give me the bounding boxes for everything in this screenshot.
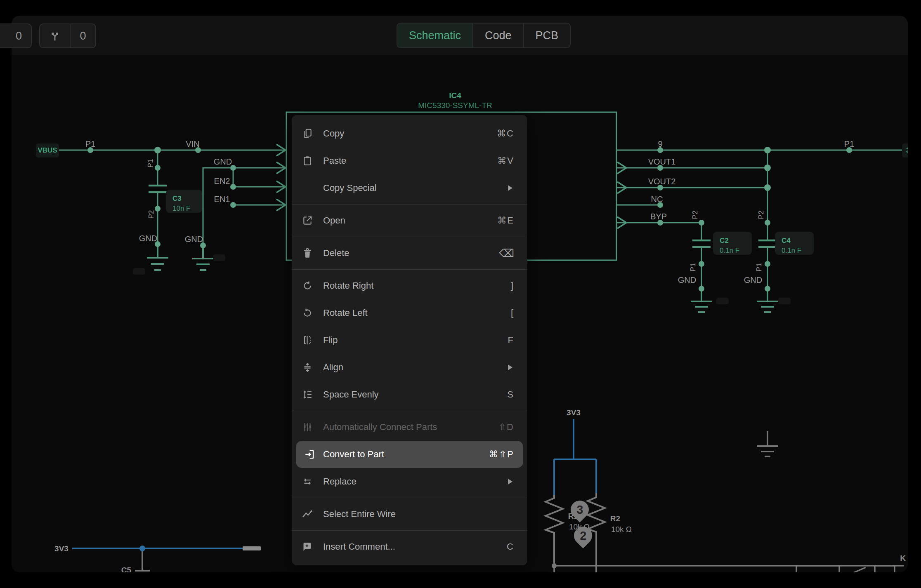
net-label-3v3-right[interactable]: 3V3 <box>567 409 581 416</box>
menu-item-auto-connect[interactable]: Automatically Connect Parts ⇧D <box>292 414 527 441</box>
component-ref-r2[interactable]: R2 <box>610 515 620 522</box>
flip-icon <box>292 335 323 346</box>
align-icon <box>292 362 323 373</box>
replace-icon <box>292 476 323 487</box>
wire-icon <box>292 509 323 520</box>
menu-divider <box>292 498 527 498</box>
menu-item-convert-to-part[interactable]: Convert to Part ⌘⇧P <box>296 441 523 468</box>
branch-count: 0 <box>71 24 95 47</box>
switch-k-partial[interactable] <box>796 566 895 572</box>
empty-label-slot <box>133 268 145 275</box>
pin-label-en1[interactable]: EN1 <box>214 195 230 203</box>
port-label-p1-right[interactable]: P1 <box>844 140 854 148</box>
capacitor-c4[interactable] <box>758 240 777 247</box>
menu-item-select-entire-wire[interactable]: Select Entire Wire <box>292 501 527 528</box>
comment-plus-icon <box>292 541 323 552</box>
component-label-c4[interactable]: C4 0.1n F <box>775 232 814 255</box>
submenu-arrow-icon <box>508 185 512 191</box>
port-label-p1-c2[interactable]: P1 <box>690 263 697 272</box>
wire-en2[interactable] <box>233 168 286 187</box>
trash-icon <box>292 248 323 259</box>
rotate-left-icon <box>292 308 323 318</box>
menu-item-flip[interactable]: Flip F <box>292 327 527 354</box>
component-ref-c5[interactable]: C5 <box>121 566 131 573</box>
net-label-3v3-left[interactable]: 3V3 <box>54 545 68 553</box>
menu-item-space-evenly[interactable]: Space Evenly S <box>292 381 527 408</box>
menu-item-rotate-right[interactable]: Rotate Right ] <box>292 272 527 299</box>
menu-item-align[interactable]: Align <box>292 354 527 381</box>
port-label-gnd-c2[interactable]: GND <box>678 276 696 284</box>
menu-item-open[interactable]: Open ⌘E <box>292 207 527 234</box>
tab-code[interactable]: Code <box>473 24 524 47</box>
empty-label-slot <box>213 254 225 261</box>
pin-label-9[interactable]: 9 <box>658 140 662 148</box>
open-external-icon <box>292 215 323 226</box>
selected-wire-segment[interactable] <box>243 546 261 550</box>
port-label-p2-c2[interactable]: P2 <box>692 211 699 219</box>
ground-symbol-c3[interactable] <box>147 244 168 270</box>
schematic-canvas[interactable]: VBUS 3V P1 VIN GND EN2 EN1 P1 P2 GND GND… <box>12 16 908 572</box>
submenu-arrow-icon <box>508 365 512 370</box>
branch-button-group[interactable]: 0 <box>39 24 96 48</box>
menu-divider <box>292 411 527 411</box>
capacitor-c5[interactable] <box>135 548 150 571</box>
component-ref-k[interactable]: K <box>900 554 906 562</box>
ic-part-number[interactable]: MIC5330-SSYML-TR <box>418 101 492 109</box>
resistor-r1[interactable] <box>546 495 563 566</box>
net-label-vbus[interactable]: VBUS <box>36 143 59 158</box>
menu-divider <box>292 204 527 205</box>
app-window: VBUS 3V P1 VIN GND EN2 EN1 P1 P2 GND GND… <box>0 0 921 588</box>
ground-symbol-gray[interactable] <box>757 431 778 456</box>
empty-label-slot <box>716 298 729 304</box>
wire-3v3-divider[interactable] <box>554 419 596 495</box>
pin-label-gnd[interactable]: GND <box>214 158 232 166</box>
pin-label-byp[interactable]: BYP <box>650 212 667 221</box>
port-label-p2-c3[interactable]: P2 <box>148 210 155 219</box>
convert-to-part-icon <box>296 449 323 460</box>
component-label-c2[interactable]: C2 0.1n F <box>713 232 752 255</box>
space-evenly-icon <box>292 389 323 400</box>
port-label-p2-c4[interactable]: P2 <box>758 211 765 219</box>
menu-item-insert-comment[interactable]: Insert Comment... C <box>292 533 527 560</box>
port-label-p1[interactable]: P1 <box>85 140 95 148</box>
ground-symbol-c2[interactable] <box>691 289 712 312</box>
menu-item-delete[interactable]: Delete ⌫ <box>292 240 527 267</box>
empty-label-slot <box>778 298 791 304</box>
pin-label-en2[interactable]: EN2 <box>214 177 230 185</box>
component-val-r2[interactable]: 10k Ω <box>611 525 632 533</box>
ground-symbol-en[interactable] <box>192 245 214 270</box>
capacitor-c3[interactable] <box>149 186 167 192</box>
menu-item-copy[interactable]: Copy ⌘C <box>292 120 527 147</box>
ic-designator[interactable]: IC4 <box>449 92 461 99</box>
ground-symbol-c4[interactable] <box>757 289 778 312</box>
net-label-3v[interactable]: 3V <box>902 143 908 158</box>
pin-label-vin[interactable]: VIN <box>186 140 199 148</box>
menu-divider <box>292 237 527 237</box>
port-label-gnd2[interactable]: GND <box>185 235 203 243</box>
tab-schematic[interactable]: Schematic <box>397 24 473 47</box>
context-menu: Copy ⌘C Paste ⌘V Copy Special Open <box>292 115 527 565</box>
menu-item-paste[interactable]: Paste ⌘V <box>292 147 527 174</box>
pin-label-vout2[interactable]: VOUT2 <box>648 177 676 186</box>
capacitor-c2[interactable] <box>692 240 711 247</box>
view-tabs: Schematic Code PCB <box>397 23 571 48</box>
port-label-gnd-c4[interactable]: GND <box>744 276 762 284</box>
rotate-right-icon <box>292 280 323 291</box>
menu-divider <box>292 269 527 270</box>
tab-pcb[interactable]: PCB <box>524 24 570 47</box>
menu-divider <box>292 530 527 531</box>
pin-label-vout1[interactable]: VOUT1 <box>648 158 676 166</box>
gray-junction-dot <box>552 563 557 568</box>
port-label-p1-c3[interactable]: P1 <box>147 159 154 168</box>
pin-label-nc[interactable]: NC <box>651 195 663 203</box>
port-label-gnd1[interactable]: GND <box>139 234 157 242</box>
menu-item-replace[interactable]: Replace <box>292 468 527 495</box>
menu-item-copy-special[interactable]: Copy Special <box>292 174 527 202</box>
component-label-c3[interactable]: C3 10n F <box>166 190 202 213</box>
port-label-p1-c4[interactable]: P1 <box>756 263 763 272</box>
branch-icon[interactable] <box>40 24 71 47</box>
menu-item-rotate-left[interactable]: Rotate Left [ <box>292 299 527 327</box>
sliders-icon <box>292 422 323 433</box>
undo-count-button[interactable]: 0 <box>0 24 32 48</box>
copy-icon <box>292 128 323 139</box>
